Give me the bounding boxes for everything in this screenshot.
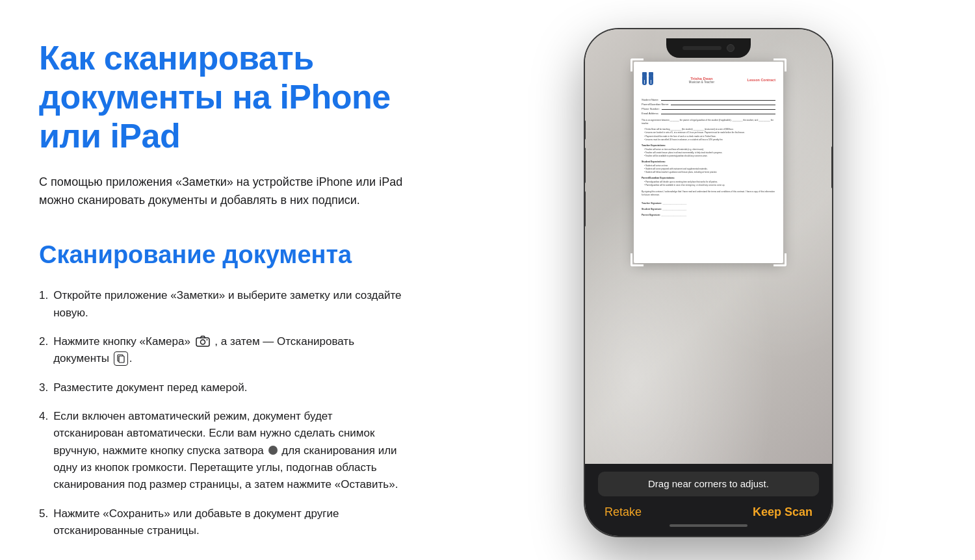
right-panel: Trisha Dean Musician & Teacher Lesson Co… <box>442 0 975 560</box>
steps-list: 1. Откройте приложение «Заметки» и выбер… <box>39 287 403 539</box>
step-3-text: Разместите документ перед камерой. <box>53 379 403 396</box>
scan-corner-tl <box>630 58 644 71</box>
scan-overlay <box>630 58 786 266</box>
power-btn <box>831 146 832 188</box>
svg-point-1 <box>200 340 205 344</box>
iphone-screen: Trisha Dean Musician & Teacher Lesson Co… <box>585 29 832 536</box>
step-3: 3. Разместите документ перед камерой. <box>39 379 403 396</box>
iphone-mockup: Trisha Dean Musician & Teacher Lesson Co… <box>585 29 832 536</box>
camera-viewfinder: Trisha Dean Musician & Teacher Lesson Co… <box>585 29 832 464</box>
subtitle-text: С помощью приложения «Заметки» на устрой… <box>39 173 403 210</box>
step-2: 2. Нажмите кнопку «Камера» , а затем — О… <box>39 333 403 368</box>
volume-up-btn <box>585 147 586 183</box>
drag-hint-text: Drag near corners to adjust. <box>648 478 769 489</box>
shutter-icon <box>268 446 278 455</box>
phone-bottom-bar: Drag near corners to adjust. Retake Keep… <box>585 464 832 536</box>
step-2-text: Нажмите кнопку «Камера» , а затем — Отск… <box>53 333 403 368</box>
step-3-num: 3. <box>39 379 48 396</box>
silent-switch <box>585 120 586 140</box>
camera-icon <box>195 333 211 349</box>
svg-point-2 <box>206 339 207 340</box>
scan-corner-tr <box>774 58 786 71</box>
section-title: Сканирование документа <box>39 241 403 269</box>
home-indicator <box>670 524 748 527</box>
bottom-actions: Retake Keep Scan <box>598 505 819 519</box>
step-4: 4. Если включен автоматический режим, до… <box>39 408 403 494</box>
step-4-text: Если включен автоматический режим, докум… <box>53 408 403 494</box>
keep-scan-button[interactable]: Keep Scan <box>753 505 812 519</box>
left-panel: Как сканировать документы на iPhone или … <box>0 0 442 560</box>
drag-hint: Drag near corners to adjust. <box>598 472 819 496</box>
step-1-num: 1. <box>39 287 48 304</box>
notch <box>666 38 751 58</box>
notch-speaker <box>682 46 722 50</box>
side-buttons-left <box>585 120 586 227</box>
svg-rect-4 <box>119 356 124 363</box>
notch-camera <box>727 44 734 52</box>
retake-button[interactable]: Retake <box>604 505 642 519</box>
step-1: 1. Откройте приложение «Заметки» и выбер… <box>39 287 403 322</box>
scan-corner-bl <box>630 253 644 266</box>
step-5-text: Нажмите «Сохранить» или добавьте в докум… <box>53 505 403 540</box>
volume-down-btn <box>585 191 586 227</box>
side-buttons-right <box>831 146 832 188</box>
step-2-num: 2. <box>39 333 48 350</box>
step-4-num: 4. <box>39 408 48 425</box>
main-title: Как сканировать документы на iPhone или … <box>39 39 403 155</box>
scan-doc-icon <box>114 351 128 366</box>
step-1-text: Откройте приложение «Заметки» и выберите… <box>53 287 403 322</box>
svg-rect-0 <box>196 338 209 346</box>
step-5: 5. Нажмите «Сохранить» или добавьте в до… <box>39 505 403 540</box>
step-5-num: 5. <box>39 505 48 522</box>
scan-corner-br <box>774 253 786 266</box>
